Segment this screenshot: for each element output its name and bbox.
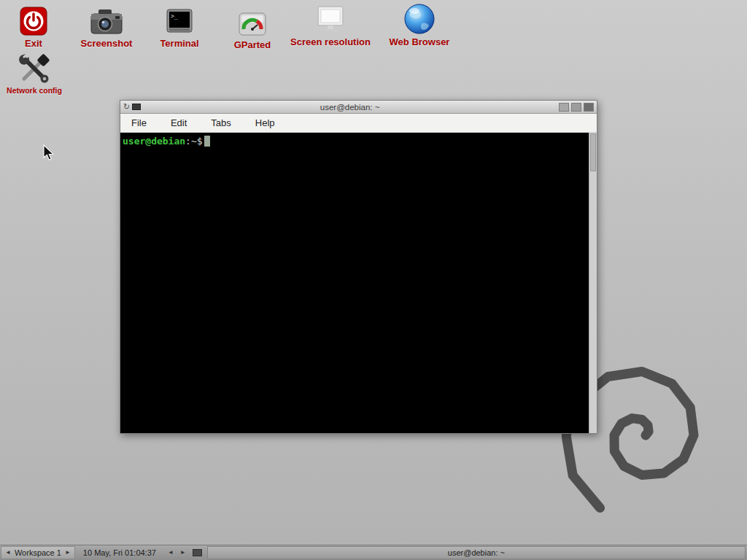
gparted-drive-icon <box>237 4 268 38</box>
scrollbar-thumb[interactable] <box>590 133 596 171</box>
monitor-icon <box>314 1 347 35</box>
desktop-icon-label: Exit <box>25 38 42 49</box>
desktop-icon-label: Network config <box>7 86 62 95</box>
close-button[interactable] <box>584 103 594 112</box>
workspace-next-arrow-icon[interactable]: ► <box>65 550 71 556</box>
session-icon: ↻ <box>123 103 130 111</box>
desktop-icon-exit[interactable]: Exit <box>9 3 58 49</box>
prompt-user-host: user@debian <box>123 136 185 147</box>
terminal-content[interactable]: user@debian:~$ <box>120 133 597 433</box>
menu-edit[interactable]: Edit <box>169 116 189 130</box>
terminal-cursor-block <box>204 136 210 147</box>
workspace-switcher[interactable]: ◄ Workspace 1 ► <box>1 546 75 559</box>
desktop-icon-label: Screen resolution <box>290 36 371 47</box>
menu-file[interactable]: File <box>129 116 149 130</box>
desktop-icon-network-config[interactable]: Network config <box>1 51 67 95</box>
panel-clock: 10 May, Fri 01:04:37 <box>76 545 163 560</box>
camera-icon <box>90 3 123 36</box>
task-window-mini-icon <box>193 549 202 556</box>
terminal-menubar: File Edit Tabs Help <box>120 114 597 133</box>
desktop[interactable]: Exit Screenshot >_ Terminal <box>0 0 747 560</box>
window-pager: ◄ ► <box>163 545 206 560</box>
desktop-icon-label: Web Browser <box>390 36 450 47</box>
desktop-icon-gparted[interactable]: GParted <box>223 4 282 50</box>
window-titlebar[interactable]: ↻ user@debian: ~ <box>120 101 597 114</box>
menu-help[interactable]: Help <box>253 116 277 130</box>
desktop-icon-web-browser[interactable]: Web Browser <box>378 1 461 47</box>
desktop-icon-screen-resolution[interactable]: Screen resolution <box>283 1 378 47</box>
mouse-cursor <box>42 144 57 162</box>
taskbar-window-button[interactable]: user@debian: ~ <box>207 546 746 559</box>
svg-text:>_: >_ <box>171 13 178 20</box>
desktop-icon-screenshot[interactable]: Screenshot <box>73 3 140 49</box>
minimize-button[interactable] <box>559 103 569 112</box>
tools-icon <box>17 51 52 85</box>
taskbar-window-button-label: user@debian: ~ <box>448 548 505 557</box>
desktop-icon-label: Terminal <box>160 38 198 49</box>
terminal-icon: >_ <box>165 3 194 36</box>
desktop-icon-label: GParted <box>234 39 271 50</box>
workspace-label: Workspace 1 <box>15 548 61 557</box>
maximize-button[interactable] <box>571 103 581 112</box>
prompt-suffix: :~$ <box>185 136 202 147</box>
workspace-prev-arrow-icon[interactable]: ◄ <box>5 550 11 556</box>
menu-tabs[interactable]: Tabs <box>209 116 233 130</box>
globe-icon <box>403 1 436 35</box>
bottom-panel: ◄ Workspace 1 ► 10 May, Fri 01:04:37 ◄ ►… <box>0 545 747 560</box>
pager-right-arrow-icon[interactable]: ► <box>180 550 186 556</box>
window-title: user@debian: ~ <box>143 103 557 112</box>
desktop-icon-label: Screenshot <box>81 38 133 49</box>
shell-prompt: user@debian:~$ <box>123 136 595 147</box>
desktop-icon-terminal[interactable]: >_ Terminal <box>151 3 208 49</box>
terminal-mini-icon <box>132 104 141 110</box>
terminal-window: ↻ user@debian: ~ File Edit Tabs Help use… <box>120 100 597 434</box>
exit-power-icon <box>19 3 48 36</box>
pager-left-arrow-icon[interactable]: ◄ <box>168 550 174 556</box>
terminal-scrollbar[interactable] <box>589 133 597 433</box>
